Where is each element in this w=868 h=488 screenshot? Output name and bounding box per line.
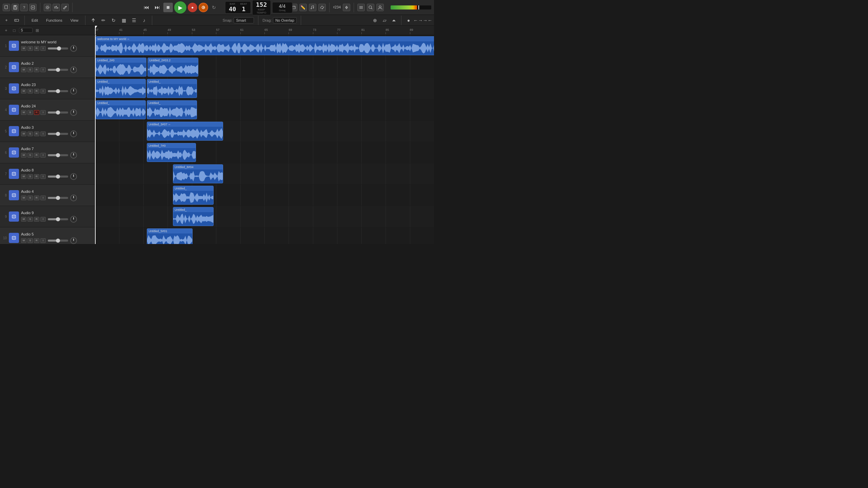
fast-forward-btn[interactable]: ⏭ [153, 3, 162, 12]
drag-select[interactable]: No Overlap [273, 17, 297, 23]
track-input-6[interactable]: I [40, 153, 46, 158]
track-solo-8[interactable]: S [27, 196, 33, 200]
clip-track5-0[interactable]: Untitled_3#07 ∞ [147, 122, 223, 141]
pencil-mode-btn[interactable]: ✏ [100, 17, 107, 24]
view-menu-btn[interactable]: View [68, 18, 81, 23]
track-solo-10[interactable]: S [27, 238, 33, 243]
score-btn[interactable]: ♪ [140, 17, 148, 24]
track-input-8[interactable]: I [40, 196, 46, 200]
track-solo-4[interactable]: S [27, 110, 33, 115]
grid-view-btn[interactable]: ▦ [120, 17, 127, 24]
clip-track8-0[interactable]: Untitled_ [173, 186, 214, 205]
track-pan-7[interactable] [70, 173, 77, 180]
color-btn[interactable]: ● [405, 17, 412, 24]
track-pan-3[interactable] [70, 88, 77, 95]
track-mute-2[interactable]: M [21, 67, 26, 72]
clip-track4-0[interactable]: Untitled_ [96, 100, 146, 119]
new-project-btn[interactable] [3, 4, 10, 11]
clip-track6-0[interactable]: Untitled_7#0 [147, 143, 196, 162]
note-btn[interactable] [309, 4, 316, 11]
clip-track2-0[interactable]: Untitled_2#0 [96, 58, 146, 77]
track-solo-9[interactable]: S [27, 217, 33, 222]
track-solo-3[interactable]: S [27, 89, 33, 94]
group-btn[interactable] [13, 17, 20, 24]
track-record-6[interactable]: R [34, 153, 39, 158]
loop-mode-btn[interactable]: ↻ [110, 17, 117, 24]
track-search-input[interactable] [19, 28, 33, 33]
track-record-8[interactable]: R [34, 196, 39, 200]
clip-track9-0[interactable]: Untitled_ [173, 207, 214, 226]
track-pan-1[interactable] [70, 45, 77, 52]
track-record-5[interactable]: R [34, 131, 39, 136]
overdub-btn[interactable] [199, 3, 208, 12]
track-volume-10[interactable] [48, 240, 68, 242]
track-filter-btn[interactable]: ⊞ [34, 27, 41, 34]
list-view-btn[interactable]: ☰ [130, 17, 138, 24]
track-volume-4[interactable] [48, 111, 68, 114]
track-solo-2[interactable]: S [27, 67, 33, 72]
clip-track2-1[interactable]: Untitled_2#03.2 [147, 58, 198, 77]
list-btn[interactable] [357, 4, 365, 11]
clip-track3-0[interactable]: Untitled_ [96, 79, 146, 98]
track-mute-7[interactable]: M [21, 174, 26, 179]
track-mute-5[interactable]: M [21, 131, 26, 136]
track-volume-5[interactable] [48, 133, 68, 135]
clip-track10-0[interactable]: Untitled_5#01 [147, 228, 193, 244]
track-record-3[interactable]: R [34, 89, 39, 94]
track-volume-7[interactable] [48, 176, 68, 178]
search-btn[interactable] [367, 4, 374, 11]
play-btn[interactable]: ▶ [174, 1, 186, 14]
track-pan-4[interactable] [70, 109, 77, 116]
scale-btn[interactable]: ⏶ [390, 17, 398, 24]
track-pan-10[interactable] [70, 237, 77, 244]
functions-menu-btn[interactable]: Functions [43, 18, 65, 23]
track-record-1[interactable]: R [34, 46, 39, 51]
mixer-btn[interactable] [53, 4, 60, 11]
user-btn[interactable] [376, 4, 384, 11]
track-volume-3[interactable] [48, 90, 68, 92]
track-mute-1[interactable]: M [21, 46, 26, 51]
track-pan-9[interactable] [70, 216, 77, 223]
edit-menu-btn[interactable]: Edit [29, 18, 41, 23]
track-mute-10[interactable]: M [21, 238, 26, 243]
crosshair-btn[interactable]: ⊕ [371, 17, 379, 24]
zoom-in-btn[interactable]: →← [424, 17, 431, 24]
track-input-5[interactable]: I [40, 131, 46, 136]
snap-select[interactable]: Smart [234, 17, 254, 23]
track-input-3[interactable]: I [40, 89, 46, 94]
stop-btn[interactable] [163, 3, 173, 12]
tuner-btn[interactable] [343, 4, 350, 11]
track-pan-2[interactable] [70, 66, 77, 73]
track-record-2[interactable]: R [34, 67, 39, 72]
clip-track3-1[interactable]: Untitled_ [147, 79, 197, 98]
track-input-2[interactable]: I [40, 67, 46, 72]
add-track-header-btn[interactable]: + [3, 27, 9, 34]
track-input-10[interactable]: I [40, 238, 46, 243]
track-solo-1[interactable]: S [27, 46, 33, 51]
track-input-7[interactable]: I [40, 174, 46, 179]
track-mute-9[interactable]: M [21, 217, 26, 222]
record-btn[interactable]: ● [188, 3, 197, 12]
help-btn[interactable]: ? [20, 4, 28, 11]
track-input-9[interactable]: I [40, 217, 46, 222]
clip-track1-0[interactable]: welcome to MY world ∞ [96, 36, 434, 55]
loop-btn[interactable] [318, 4, 326, 11]
track-volume-2[interactable] [48, 69, 68, 71]
rewind-btn[interactable]: ⏮ [142, 3, 151, 12]
track-volume-1[interactable] [48, 47, 68, 49]
cycle-btn[interactable]: ↻ [210, 3, 218, 12]
track-pan-5[interactable] [70, 130, 77, 137]
track-volume-8[interactable] [48, 197, 68, 199]
track-solo-6[interactable]: S [27, 153, 33, 158]
track-record-7[interactable]: R [34, 174, 39, 179]
track-record-9[interactable]: R [34, 217, 39, 222]
add-track-btn[interactable]: + [3, 17, 10, 24]
key-display[interactable]: 4/4 Gmaj [272, 2, 292, 13]
track-solo-5[interactable]: S [27, 131, 33, 136]
pencil-btn[interactable] [61, 4, 69, 11]
mode-select-btn[interactable] [90, 17, 97, 24]
clip-track7-0[interactable]: Untitled_8#04 [173, 164, 223, 183]
track-input-4[interactable]: I [40, 110, 46, 115]
track-volume-6[interactable] [48, 154, 68, 156]
save-btn[interactable] [12, 4, 19, 11]
